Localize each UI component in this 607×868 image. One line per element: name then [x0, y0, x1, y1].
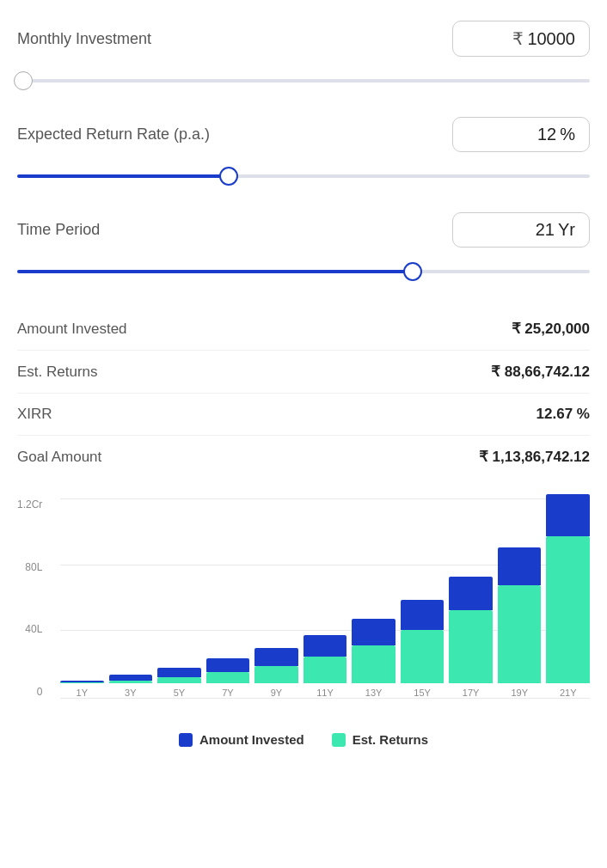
slider-fill: [17, 174, 229, 178]
legend-invested-dot: [179, 733, 193, 747]
monthly-investment-value: 10000: [527, 29, 575, 49]
bar-stack: [304, 635, 347, 683]
chart-y-axis: 1.2Cr 80L 40L 0: [17, 498, 49, 698]
bar-returns: [157, 677, 201, 683]
return-rate-value-box[interactable]: 12 %: [452, 117, 590, 152]
bar-stack: [109, 675, 153, 683]
bar-invested: [206, 658, 250, 672]
bar-group-1y: 1Y: [60, 681, 104, 698]
time-period-value-box[interactable]: 21 Yr: [452, 212, 590, 248]
bar-label: 1Y: [77, 688, 88, 698]
return-rate-label: Expected Return Rate (p.a.): [17, 125, 210, 144]
return-rate-unit: %: [560, 125, 575, 144]
bar-invested: [352, 619, 395, 645]
bar-returns: [254, 666, 298, 683]
bar-label: 19Y: [511, 688, 528, 698]
bar-invested: [157, 668, 201, 678]
legend-returns-label: Est. Returns: [353, 732, 428, 747]
bar-stack: [401, 600, 445, 683]
bar-returns: [304, 657, 347, 683]
bar-stack: [449, 577, 493, 684]
amount-invested-row: Amount Invested ₹ 25,20,000: [17, 308, 590, 351]
xirr-value: 12.67 %: [536, 406, 590, 423]
est-returns-label: Est. Returns: [17, 364, 98, 381]
amount-invested-label: Amount Invested: [17, 321, 127, 338]
monthly-investment-section: Monthly Investment ₹ 10000: [17, 21, 590, 93]
xirr-row: XIRR 12.67 %: [17, 394, 590, 436]
y-label-80l: 80L: [25, 561, 42, 573]
bar-group-11y: 11Y: [304, 635, 347, 698]
slider-thumb[interactable]: [403, 262, 422, 281]
chart-area: 1.2Cr 80L 40L 0 1Y3Y5Y7Y9Y11Y13Y15Y17Y19…: [17, 498, 590, 722]
return-rate-slider[interactable]: [17, 164, 590, 188]
goal-amount-row: Goal Amount ₹ 1,13,86,742.12: [17, 436, 590, 478]
bar-stack: [254, 648, 298, 683]
bar-invested: [254, 648, 298, 666]
time-period-section: Time Period 21 Yr: [17, 212, 590, 284]
bar-returns: [498, 585, 542, 683]
bar-stack: [546, 494, 590, 683]
bar-returns: [546, 536, 590, 683]
slider-thumb[interactable]: [219, 167, 238, 186]
time-period-slider[interactable]: [17, 260, 590, 284]
chart-legend: Amount Invested Est. Returns: [17, 732, 590, 747]
bar-invested: [109, 675, 153, 681]
bar-group-5y: 5Y: [157, 668, 201, 698]
bar-returns: [401, 630, 445, 683]
monthly-investment-row: Monthly Investment ₹ 10000: [17, 21, 590, 57]
grid-line-bottom: [60, 698, 590, 699]
legend-invested-label: Amount Invested: [199, 732, 304, 747]
chart-section: 1.2Cr 80L 40L 0 1Y3Y5Y7Y9Y11Y13Y15Y17Y19…: [17, 498, 590, 747]
legend-returns-dot: [332, 733, 346, 747]
monthly-investment-currency: ₹: [512, 28, 524, 49]
bar-label: 7Y: [222, 688, 233, 698]
bar-label: 3Y: [125, 688, 136, 698]
bar-stack: [206, 658, 250, 683]
time-period-label: Time Period: [17, 221, 100, 239]
bar-group-9y: 9Y: [254, 648, 298, 698]
bar-label: 5Y: [174, 688, 185, 698]
bar-invested: [498, 547, 542, 585]
bar-label: 15Y: [414, 688, 431, 698]
bar-invested: [304, 635, 347, 657]
bar-invested: [546, 494, 590, 536]
legend-returns: Est. Returns: [332, 732, 428, 747]
bar-group-21y: 21Y: [546, 494, 590, 698]
y-label-0: 0: [37, 686, 43, 698]
y-label-1.2cr: 1.2Cr: [17, 498, 42, 510]
bar-group-19y: 19Y: [498, 547, 542, 698]
time-period-value: 21: [536, 220, 555, 240]
slider-track: [17, 79, 590, 83]
goal-amount-value: ₹ 1,13,86,742.12: [479, 448, 590, 466]
time-period-row: Time Period 21 Yr: [17, 212, 590, 248]
goal-amount-label: Goal Amount: [17, 449, 101, 466]
monthly-investment-value-box[interactable]: ₹ 10000: [452, 21, 590, 57]
bar-label: 13Y: [365, 688, 383, 698]
slider-fill: [17, 270, 413, 273]
bar-group-13y: 13Y: [352, 619, 395, 698]
bar-group-15y: 15Y: [401, 600, 445, 698]
est-returns-value: ₹ 88,66,742.12: [491, 363, 590, 381]
return-rate-value: 12: [537, 125, 556, 144]
xirr-label: XIRR: [17, 406, 52, 423]
bar-label: 11Y: [316, 688, 334, 698]
bar-invested: [449, 577, 493, 610]
bar-returns: [352, 645, 395, 683]
amount-invested-value: ₹ 25,20,000: [512, 320, 590, 338]
time-period-unit: Yr: [558, 220, 575, 240]
bar-returns: [449, 610, 493, 683]
return-rate-section: Expected Return Rate (p.a.) 12 %: [17, 117, 590, 188]
bar-label: 9Y: [271, 688, 282, 698]
est-returns-row: Est. Returns ₹ 88,66,742.12: [17, 351, 590, 394]
return-rate-row: Expected Return Rate (p.a.) 12 %: [17, 117, 590, 152]
bar-stack: [157, 668, 201, 683]
bar-group-17y: 17Y: [449, 577, 493, 699]
bar-stack: [352, 619, 395, 683]
monthly-investment-slider[interactable]: [17, 69, 590, 93]
bar-returns: [206, 672, 250, 683]
slider-thumb[interactable]: [14, 71, 33, 90]
bar-label: 21Y: [560, 688, 577, 698]
monthly-investment-label: Monthly Investment: [17, 30, 151, 48]
bar-stack: [60, 681, 104, 683]
bars-container: 1Y3Y5Y7Y9Y11Y13Y15Y17Y19Y21Y: [60, 498, 590, 698]
